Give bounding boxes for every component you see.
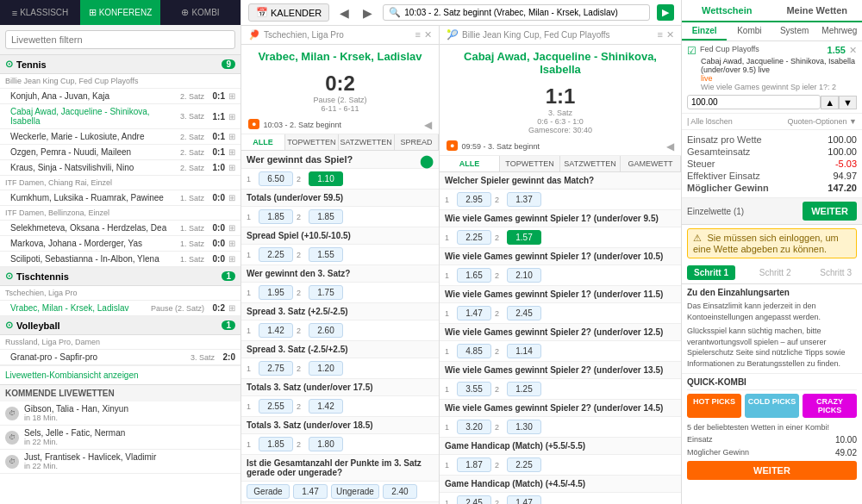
crazy-picks-button[interactable]: CRAZY PICKS [803,394,857,418]
tab-spread[interactable]: SPREAD [395,134,439,150]
list-item[interactable]: Weckerle, Marie - Lukosiute, Andre 2. Sa… [0,129,240,145]
bet-odd[interactable]: 1.47 [457,306,491,320]
expand-icon[interactable]: ◀ [666,140,674,152]
coming-item[interactable]: ⏱ Gibson, Talia - Han, Xinyun in 18 Min. [0,401,240,426]
btt-system[interactable]: System [772,22,817,40]
bet-odd[interactable]: 6.50 [259,171,293,186]
btt-mehrweg[interactable]: Mehrweg [817,22,862,40]
bet-odd[interactable]: 1.30 [507,420,541,434]
hot-picks-button[interactable]: HOT PICKS [687,394,741,418]
bet-odd[interactable]: 1.65 [457,268,491,283]
search-input[interactable] [5,30,235,49]
bet-odd[interactable]: 1.47 [293,484,328,499]
bet-odd[interactable]: 1.85 [259,209,293,224]
search-input[interactable] [404,8,644,17]
btt-kombi[interactable]: Kombi [727,22,771,40]
quote-options-button[interactable]: Quoten-Optionen ▼ [788,117,857,126]
bet-odd[interactable]: 4.85 [457,344,491,358]
bet-odd[interactable]: 2.45 [507,306,541,320]
tab-kombi[interactable]: ⊕ KOMBI [160,0,240,25]
spin-up-button[interactable]: ▲ [821,96,839,109]
sport-header-tennis[interactable]: ⊙ Tennis 9 [0,55,240,74]
bsi-close-button[interactable]: ✕ [849,45,857,56]
tab-satzwetten[interactable]: SATZWETTEN [339,134,395,150]
go-button[interactable]: ▶ [657,4,674,21]
nav-back-button[interactable]: ◀ [336,6,353,20]
bet-odd[interactable]: 3.55 [457,382,491,396]
bet-odd[interactable]: 1.80 [309,437,343,451]
bet-amount-input[interactable] [687,95,821,109]
nav-forward-button[interactable]: ▶ [359,6,376,20]
list-item[interactable]: Vrabec, Milan - Krsek, Ladislav Pause (2… [0,301,240,316]
close-icon[interactable]: ✕ [666,29,674,40]
tab-meine-wetten[interactable]: Meine Wetten [772,0,863,21]
expand-icon[interactable]: ◀ [424,119,432,131]
quick-weiter-button[interactable]: WEITER [687,461,857,480]
delete-all-button[interactable]: | Alle löschen [687,117,784,126]
coming-item[interactable]: ⏱ Just, Frantisek - Havlicek, Vladimir i… [0,450,240,474]
coming-item[interactable]: ⏱ Sels, Jelle - Fatic, Nerman in 22 Min. [0,426,240,450]
bet-odd[interactable]: 2.25 [507,457,541,472]
bet-odd[interactable]: 2.95 [457,192,491,207]
list-item[interactable]: Cabaj Awad, Jacqueline - Shinikova, Isab… [0,104,240,129]
tab-satzwetten[interactable]: SATZWETTEN [560,156,621,171]
bet-odd-highlight[interactable]: 1.10 [309,171,343,186]
bet-odd[interactable]: 1.85 [259,437,293,451]
stats-icon[interactable]: ≡ [658,29,663,40]
tab-topwetten[interactable]: TOPWETTEN [285,134,338,150]
cold-picks-button[interactable]: COLD PICKS [745,394,799,418]
sport-header-volleyball[interactable]: ⊙ Volleyball 1 [0,316,240,335]
list-item[interactable]: Konjuh, Ana - Juvan, Kaja 2. Satz 0:1 ⊞ [0,89,240,104]
bet-odd[interactable]: Gerade [247,484,290,499]
tab-topwetten[interactable]: TOPWETTEN [500,156,560,171]
close-icon[interactable]: ✕ [424,29,432,40]
bet-odd[interactable]: 1.95 [259,285,293,300]
bet-odd[interactable]: 2.40 [383,484,417,499]
list-item[interactable]: Ozgen, Pemra - Nuudi, Maileen 2. Satz 0:… [0,145,240,160]
bet-odd[interactable]: 2.10 [507,268,541,283]
sport-header-tischtennis[interactable]: ⊙ Tischtennis 1 [0,267,240,286]
bet-odd[interactable]: 1.42 [309,399,343,414]
step1-button[interactable]: Schritt 1 [687,265,735,280]
livewetten-link[interactable]: Livewetten-Kombiansicht anzeigen [0,365,240,384]
bet-odd[interactable]: 1.37 [507,192,541,207]
list-item[interactable]: Granat-pro - Sapfir-pro 3. Satz 2:0 [0,350,240,365]
tab-klassisch[interactable]: ≡ KLASSISCH [0,0,80,25]
bet-odd[interactable]: 1.20 [309,361,343,376]
spin-down-button[interactable]: ▼ [839,96,857,109]
list-item[interactable]: Kumkhum, Luksika - Ruamrak, Pawinee 1. S… [0,190,240,206]
bet-odd[interactable]: 1.75 [309,285,343,300]
bet-odd[interactable]: 2.75 [259,361,293,376]
tab-gamewett[interactable]: GAMEWETT [621,156,681,171]
calendar-button[interactable]: 📅 KALENDER [248,3,329,22]
toggle-icon[interactable]: ⬤ [420,154,434,168]
tab-wettschein[interactable]: Wettschein [682,0,772,22]
weiter-button[interactable]: WEITER [803,202,857,221]
tab-alle[interactable]: ALLE [440,156,500,171]
bet-odd-highlight[interactable]: 1.57 [507,230,541,245]
bet-odd[interactable]: 1.14 [507,344,541,358]
list-item[interactable]: Selekhmeteva, Oksana - Herdzelas, Dea 1.… [0,221,240,236]
bet-odd[interactable]: 1.42 [259,323,293,338]
bet-num: 2 [495,309,503,318]
bet-odd[interactable]: 2.60 [309,323,343,338]
bet-odd[interactable]: 1.25 [507,382,541,396]
bet-odd[interactable]: 2.45 [457,495,491,504]
bet-odd[interactable]: 1.85 [309,209,343,224]
checkbox-icon[interactable]: ☑ [687,45,696,57]
list-item[interactable]: Markova, Johana - Morderger, Yas 1. Satz… [0,236,240,252]
bet-odd[interactable]: 2.55 [259,399,293,414]
bet-odd[interactable]: 1.47 [507,495,541,504]
bet-odd[interactable]: 1.87 [457,457,491,472]
tab-konferenz[interactable]: ⊞ KONFERENZ [80,0,160,25]
bet-odd[interactable]: 2.25 [259,247,293,262]
list-item[interactable]: Kraus, Sinja - Natsvilishvili, Nino 2. S… [0,160,240,176]
stats-icon[interactable]: ≡ [415,29,421,40]
bet-odd[interactable]: Ungerade [331,484,379,499]
btt-einzel[interactable]: Einzel [682,22,727,40]
list-item[interactable]: Scilipoti, Sebastianna - In-Albon, Ylena… [0,252,240,267]
bet-odd[interactable]: 3.20 [457,420,491,434]
tab-alle[interactable]: ALLE [241,134,285,150]
bet-odd[interactable]: 1.55 [309,247,343,262]
bet-odd[interactable]: 2.25 [457,230,491,245]
